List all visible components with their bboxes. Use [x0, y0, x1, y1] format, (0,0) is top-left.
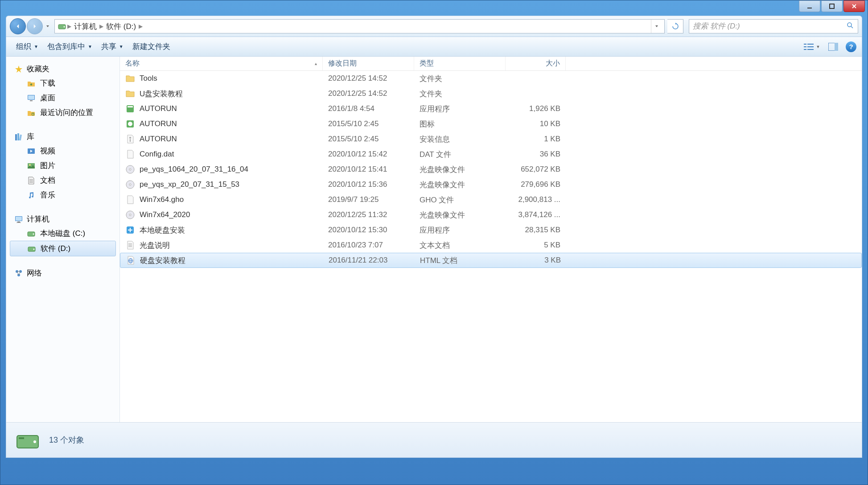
sidebar-library-label: 库 [27, 132, 34, 142]
sidebar-computer-label: 计算机 [27, 214, 49, 224]
file-name: AUTORUN [140, 104, 177, 113]
file-type: 文件夹 [414, 74, 506, 84]
address-dropdown[interactable] [651, 20, 662, 33]
svg-rect-1 [830, 4, 834, 8]
svg-rect-7 [804, 46, 806, 47]
breadcrumb-sep-icon: ▶ [66, 23, 72, 29]
file-row[interactable]: Tools2020/12/25 14:52文件夹 [120, 71, 862, 86]
file-row[interactable]: U盘安装教程2020/12/25 14:52文件夹 [120, 86, 862, 101]
file-row[interactable]: pe_yqs_1064_20_07_31_16_042020/10/12 15:… [120, 162, 862, 177]
refresh-button[interactable] [667, 19, 683, 33]
breadcrumb-computer[interactable]: 计算机 [72, 21, 99, 32]
content-area: 收藏夹 下载桌面最近访问的位置 库 视频图片文档音乐 计 [6, 57, 862, 422]
svg-line-5 [851, 26, 853, 28]
sidebar-item-drive-0[interactable]: 本地磁盘 (C:) [6, 226, 119, 241]
breadcrumb-sep-icon: ▶ [138, 23, 144, 29]
inf-icon [125, 134, 135, 144]
sidebar-item-lib-0[interactable]: 视频 [6, 144, 119, 158]
sidebar-favorites-label: 收藏夹 [27, 64, 49, 74]
chevron-down-icon: ▼ [88, 44, 92, 49]
titlebar [0, 0, 868, 14]
organize-menu[interactable]: 组织▼ [12, 39, 43, 54]
file-row[interactable]: AUTORUN2016/1/8 4:54应用程序1,926 KB [120, 101, 862, 116]
column-date[interactable]: 修改日期 [323, 57, 414, 70]
include-library-menu[interactable]: 包含到库中▼ [43, 39, 97, 54]
file-size: 28,315 KB [506, 226, 566, 234]
file-date: 2015/5/10 2:45 [323, 135, 414, 144]
sidebar-computer-header[interactable]: 计算机 [6, 212, 119, 226]
sidebar-favorites-header[interactable]: 收藏夹 [6, 62, 119, 76]
close-button[interactable] [843, 0, 865, 12]
sidebar-item-lib-1[interactable]: 图片 [6, 158, 119, 173]
folder-icon [125, 89, 135, 99]
nav-history-dropdown[interactable] [44, 18, 52, 34]
file-date: 2016/1/8 4:54 [323, 104, 414, 113]
file-row[interactable]: pe_yqs_xp_20_07_31_15_532020/10/12 15:36… [120, 177, 862, 192]
file-row[interactable]: AUTORUN2015/5/10 2:45安装信息1 KB [120, 132, 862, 147]
preview-pane-button[interactable] [824, 41, 842, 53]
sidebar-item-lib-2[interactable]: 文档 [6, 173, 119, 188]
svg-rect-8 [804, 49, 806, 50]
sidebar-network-group: 网络 [6, 266, 119, 280]
minimize-button[interactable] [799, 0, 820, 12]
sidebar-network-header[interactable]: 网络 [6, 266, 119, 280]
drive-icon [27, 229, 36, 238]
file-row[interactable]: Config.dat2020/10/12 15:42DAT 文件36 KB [120, 147, 862, 162]
svg-point-61 [33, 440, 36, 443]
sidebar-item-lib-3[interactable]: 音乐 [6, 188, 119, 202]
sidebar-item-fav-0[interactable]: 下载 [6, 76, 119, 90]
column-size[interactable]: 大小 [506, 57, 566, 70]
file-name: Tools [140, 74, 157, 83]
file-row[interactable]: Win7x64.gho2019/9/7 19:25GHO 文件2,900,813… [120, 192, 862, 207]
file-name: 硬盘安装教程 [140, 255, 185, 266]
svg-point-44 [128, 122, 132, 126]
file-row[interactable]: 光盘说明2016/10/23 7:07文本文档5 KB [120, 238, 862, 253]
svg-point-50 [129, 184, 131, 185]
file-row[interactable]: Win7x64_20202020/12/25 11:32光盘映像文件3,874,… [120, 207, 862, 222]
share-menu[interactable]: 共享▼ [97, 39, 128, 54]
file-row[interactable]: AUTORUN2015/5/10 2:45图标10 KB [120, 116, 862, 132]
svg-rect-15 [28, 95, 34, 99]
view-mode-button[interactable]: ▼ [803, 41, 821, 53]
file-date: 2020/12/25 11:32 [323, 210, 414, 219]
sidebar-item-label: 图片 [40, 160, 55, 171]
file-size: 10 KB [506, 119, 566, 128]
sidebar-item-label: 下载 [40, 78, 55, 88]
breadcrumb-drive-d[interactable]: 软件 (D:) [104, 21, 138, 32]
search-input[interactable] [693, 22, 846, 31]
ico-icon [125, 119, 135, 129]
back-button[interactable] [10, 18, 26, 34]
picture-icon [27, 161, 36, 170]
file-name: pe_yqs_1064_20_07_31_16_04 [140, 165, 248, 174]
svg-rect-62 [19, 437, 24, 439]
file-name: U盘安装教程 [140, 89, 183, 99]
html-icon [126, 255, 136, 265]
app-icon [125, 225, 135, 235]
file-size: 3,874,126 ... [506, 210, 566, 219]
file-row[interactable]: 硬盘安装教程2016/11/21 22:03HTML 文档3 KB [120, 253, 862, 268]
sidebar-library-header[interactable]: 库 [6, 130, 119, 144]
file-size: 652,072 KB [506, 165, 566, 174]
search-box[interactable] [689, 19, 858, 33]
file-name: Config.dat [140, 150, 174, 159]
file-size: 279,696 KB [506, 180, 566, 189]
sidebar-item-fav-1[interactable]: 桌面 [6, 90, 119, 105]
file-type: 光盘映像文件 [414, 180, 506, 190]
new-folder-button[interactable]: 新建文件夹 [128, 39, 175, 54]
refresh-icon [671, 22, 679, 30]
column-type[interactable]: 类型 [414, 57, 506, 70]
address-bar[interactable]: ▶ 计算机 ▶ 软件 (D:) ▶ [54, 19, 665, 33]
column-name[interactable]: 名称▴ [120, 57, 323, 70]
file-name: 本地硬盘安装 [140, 225, 185, 235]
forward-button[interactable] [27, 18, 43, 34]
breadcrumb-sep-icon: ▶ [99, 23, 104, 29]
file-type: 应用程序 [414, 104, 506, 114]
file-date: 2020/12/25 14:52 [323, 74, 414, 83]
file-type: GHO 文件 [414, 195, 506, 205]
iso-icon [125, 210, 135, 220]
help-button[interactable]: ? [846, 41, 856, 52]
sidebar-item-drive-1[interactable]: 软件 (D:) [10, 241, 116, 256]
maximize-button[interactable] [821, 0, 843, 12]
file-row[interactable]: 本地硬盘安装2020/10/12 15:30应用程序28,315 KB [120, 222, 862, 238]
sidebar-item-fav-2[interactable]: 最近访问的位置 [6, 105, 119, 120]
